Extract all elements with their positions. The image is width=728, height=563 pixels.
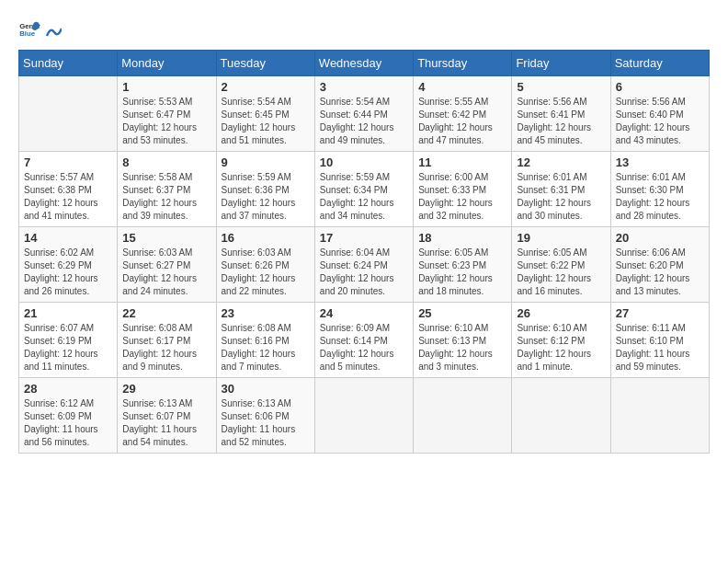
header-sunday: Sunday [19, 51, 118, 76]
cell-info: Sunrise: 6:10 AM Sunset: 6:13 PM Dayligh… [418, 322, 506, 373]
calendar-cell: 15Sunrise: 6:03 AM Sunset: 6:27 PM Dayli… [118, 227, 216, 303]
day-number: 23 [222, 306, 310, 320]
day-number: 2 [222, 80, 310, 94]
header-wednesday: Wednesday [314, 51, 413, 76]
calendar-cell [414, 378, 512, 454]
day-number: 1 [122, 80, 210, 94]
calendar-cell [19, 76, 118, 152]
calendar-cell: 22Sunrise: 6:08 AM Sunset: 6:17 PM Dayli… [118, 303, 216, 378]
cell-info: Sunrise: 6:03 AM Sunset: 6:26 PM Dayligh… [222, 247, 310, 298]
header-thursday: Thursday [414, 51, 512, 76]
day-number: 29 [122, 382, 210, 396]
cell-info: Sunrise: 5:56 AM Sunset: 6:40 PM Dayligh… [616, 96, 704, 147]
calendar-cell: 28Sunrise: 6:12 AM Sunset: 6:09 PM Dayli… [19, 378, 118, 454]
cell-info: Sunrise: 5:56 AM Sunset: 6:41 PM Dayligh… [517, 96, 605, 147]
calendar-table: SundayMondayTuesdayWednesdayThursdayFrid… [18, 50, 710, 454]
week-row-3: 14Sunrise: 6:02 AM Sunset: 6:29 PM Dayli… [19, 227, 710, 303]
day-number: 9 [222, 155, 310, 169]
cell-info: Sunrise: 6:07 AM Sunset: 6:19 PM Dayligh… [24, 322, 112, 373]
calendar-cell: 3Sunrise: 5:54 AM Sunset: 6:44 PM Daylig… [314, 76, 413, 152]
cell-info: Sunrise: 5:54 AM Sunset: 6:45 PM Dayligh… [222, 96, 310, 147]
calendar-cell: 30Sunrise: 6:13 AM Sunset: 6:06 PM Dayli… [216, 378, 314, 454]
cell-info: Sunrise: 6:12 AM Sunset: 6:09 PM Dayligh… [24, 397, 112, 449]
calendar-cell: 25Sunrise: 6:10 AM Sunset: 6:13 PM Dayli… [414, 303, 512, 378]
calendar-cell: 20Sunrise: 6:06 AM Sunset: 6:20 PM Dayli… [610, 227, 709, 303]
cell-info: Sunrise: 6:08 AM Sunset: 6:16 PM Dayligh… [222, 322, 310, 373]
day-number: 25 [418, 306, 506, 320]
logo: General Blue [18, 18, 63, 40]
calendar-cell: 6Sunrise: 5:56 AM Sunset: 6:40 PM Daylig… [610, 76, 709, 152]
day-number: 10 [320, 155, 408, 169]
cell-info: Sunrise: 6:05 AM Sunset: 6:22 PM Dayligh… [517, 247, 605, 298]
calendar-cell: 7Sunrise: 5:57 AM Sunset: 6:38 PM Daylig… [19, 152, 118, 227]
day-number: 28 [24, 382, 112, 396]
calendar-cell: 1Sunrise: 5:53 AM Sunset: 6:47 PM Daylig… [118, 76, 216, 152]
day-number: 27 [616, 306, 704, 320]
cell-info: Sunrise: 6:09 AM Sunset: 6:14 PM Dayligh… [320, 322, 408, 373]
cell-info: Sunrise: 6:05 AM Sunset: 6:23 PM Dayligh… [418, 247, 506, 298]
logo-wave-icon [45, 19, 62, 40]
calendar-cell [610, 378, 709, 454]
cell-info: Sunrise: 6:01 AM Sunset: 6:30 PM Dayligh… [616, 171, 704, 223]
cell-info: Sunrise: 6:04 AM Sunset: 6:24 PM Dayligh… [320, 247, 408, 298]
cell-info: Sunrise: 5:53 AM Sunset: 6:47 PM Dayligh… [122, 96, 210, 147]
calendar-cell: 14Sunrise: 6:02 AM Sunset: 6:29 PM Dayli… [19, 227, 118, 303]
cell-info: Sunrise: 6:10 AM Sunset: 6:12 PM Dayligh… [517, 322, 605, 373]
cell-info: Sunrise: 5:55 AM Sunset: 6:42 PM Dayligh… [418, 96, 506, 147]
cell-info: Sunrise: 5:58 AM Sunset: 6:37 PM Dayligh… [122, 171, 210, 223]
calendar-cell [314, 378, 413, 454]
calendar-cell: 27Sunrise: 6:11 AM Sunset: 6:10 PM Dayli… [610, 303, 709, 378]
day-number: 22 [122, 306, 210, 320]
day-number: 6 [616, 80, 704, 94]
week-row-5: 28Sunrise: 6:12 AM Sunset: 6:09 PM Dayli… [19, 378, 710, 454]
calendar-cell: 29Sunrise: 6:13 AM Sunset: 6:07 PM Dayli… [118, 378, 216, 454]
calendar-cell: 26Sunrise: 6:10 AM Sunset: 6:12 PM Dayli… [512, 303, 610, 378]
day-number: 24 [320, 306, 408, 320]
calendar-cell: 23Sunrise: 6:08 AM Sunset: 6:16 PM Dayli… [216, 303, 314, 378]
cell-info: Sunrise: 6:13 AM Sunset: 6:07 PM Dayligh… [122, 397, 210, 449]
day-number: 4 [418, 80, 506, 94]
calendar-header-row: SundayMondayTuesdayWednesdayThursdayFrid… [19, 51, 710, 76]
cell-info: Sunrise: 5:57 AM Sunset: 6:38 PM Dayligh… [24, 171, 112, 223]
day-number: 19 [517, 231, 605, 245]
week-row-2: 7Sunrise: 5:57 AM Sunset: 6:38 PM Daylig… [19, 152, 710, 227]
calendar-cell: 12Sunrise: 6:01 AM Sunset: 6:31 PM Dayli… [512, 152, 610, 227]
header-friday: Friday [512, 51, 610, 76]
week-row-1: 1Sunrise: 5:53 AM Sunset: 6:47 PM Daylig… [19, 76, 710, 152]
day-number: 16 [222, 231, 310, 245]
calendar-cell: 4Sunrise: 5:55 AM Sunset: 6:42 PM Daylig… [414, 76, 512, 152]
calendar-cell: 21Sunrise: 6:07 AM Sunset: 6:19 PM Dayli… [19, 303, 118, 378]
cell-info: Sunrise: 5:59 AM Sunset: 6:34 PM Dayligh… [320, 171, 408, 223]
week-row-4: 21Sunrise: 6:07 AM Sunset: 6:19 PM Dayli… [19, 303, 710, 378]
cell-info: Sunrise: 6:03 AM Sunset: 6:27 PM Dayligh… [122, 247, 210, 298]
day-number: 11 [418, 155, 506, 169]
cell-info: Sunrise: 6:11 AM Sunset: 6:10 PM Dayligh… [616, 322, 704, 373]
day-number: 26 [517, 306, 605, 320]
day-number: 12 [517, 155, 605, 169]
calendar-cell: 10Sunrise: 5:59 AM Sunset: 6:34 PM Dayli… [314, 152, 413, 227]
day-number: 3 [320, 80, 408, 94]
day-number: 7 [24, 155, 112, 169]
calendar-cell: 19Sunrise: 6:05 AM Sunset: 6:22 PM Dayli… [512, 227, 610, 303]
cell-info: Sunrise: 6:00 AM Sunset: 6:33 PM Dayligh… [418, 171, 506, 223]
svg-text:Blue: Blue [19, 29, 36, 38]
cell-info: Sunrise: 6:13 AM Sunset: 6:06 PM Dayligh… [222, 397, 310, 449]
cell-info: Sunrise: 5:54 AM Sunset: 6:44 PM Dayligh… [320, 96, 408, 147]
day-number: 17 [320, 231, 408, 245]
calendar-cell: 11Sunrise: 6:00 AM Sunset: 6:33 PM Dayli… [414, 152, 512, 227]
day-number: 14 [24, 231, 112, 245]
cell-info: Sunrise: 6:08 AM Sunset: 6:17 PM Dayligh… [122, 322, 210, 373]
day-number: 8 [122, 155, 210, 169]
calendar-cell: 8Sunrise: 5:58 AM Sunset: 6:37 PM Daylig… [118, 152, 216, 227]
day-number: 20 [616, 231, 704, 245]
header-tuesday: Tuesday [216, 51, 314, 76]
calendar-cell: 5Sunrise: 5:56 AM Sunset: 6:41 PM Daylig… [512, 76, 610, 152]
header-monday: Monday [118, 51, 216, 76]
cell-info: Sunrise: 6:02 AM Sunset: 6:29 PM Dayligh… [24, 247, 112, 298]
day-number: 30 [222, 382, 310, 396]
logo-icon: General Blue [18, 18, 40, 40]
calendar-cell: 24Sunrise: 6:09 AM Sunset: 6:14 PM Dayli… [314, 303, 413, 378]
day-number: 5 [517, 80, 605, 94]
calendar-cell: 18Sunrise: 6:05 AM Sunset: 6:23 PM Dayli… [414, 227, 512, 303]
day-number: 15 [122, 231, 210, 245]
